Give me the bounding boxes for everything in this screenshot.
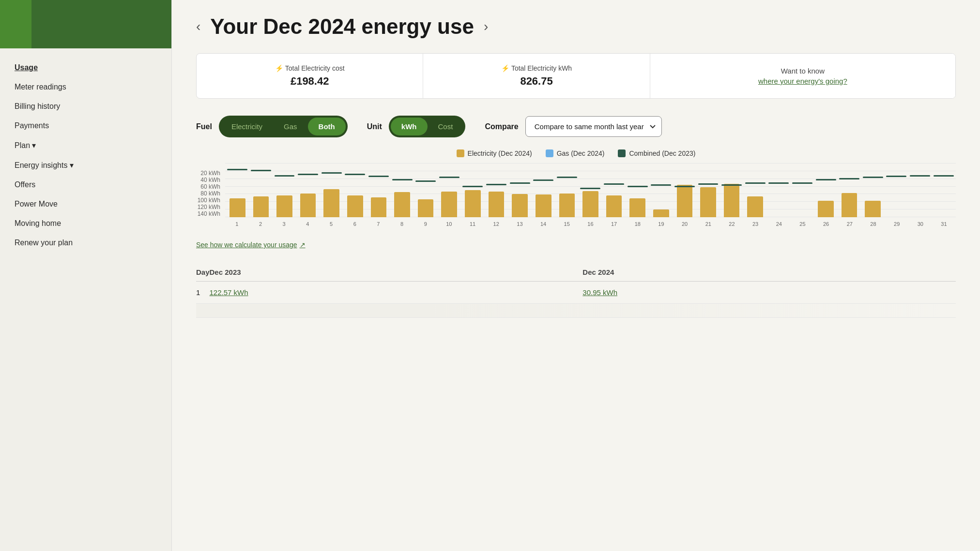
sidebar-nav: Usage Meter readings Billing history Pay… [0,48,171,262]
unit-cost-button[interactable]: Cost [428,118,464,135]
sidebar-item-billing-history[interactable]: Billing history [15,97,157,116]
dash-marker-27 [839,178,859,179]
fuel-label: Fuel [196,122,212,131]
bar-22 [724,184,740,217]
electricity-cost-label: ⚡Total Electricity cost [211,64,408,72]
bar-group-23 [744,163,766,217]
electricity-cost-value: £198.42 [211,75,408,88]
dash-marker-30 [910,175,930,177]
x-label-26: 26 [814,217,838,231]
x-label-20: 20 [673,217,697,231]
x-label-6: 6 [343,217,367,231]
sidebar-item-renew-plan[interactable]: Renew your plan [15,233,157,253]
bar-group-4 [297,163,320,217]
bar-5 [323,189,339,217]
electricity-cost-card: ⚡Total Electricity cost £198.42 [197,54,423,98]
table-cell-2024[interactable]: 30.95 kWh [582,282,956,304]
fuel-toggle: Electricity Gas Both [219,116,348,137]
bar-26 [818,201,834,217]
bar-23 [747,196,763,217]
x-label-1: 1 [225,217,249,231]
prev-month-button[interactable]: ‹ [196,20,200,33]
dash-marker-2 [251,170,271,171]
dash-marker-18 [628,186,648,187]
bar-3 [276,195,292,217]
sidebar-item-plan[interactable]: Plan ▾ [15,135,157,155]
dash-marker-26 [816,179,836,180]
dash-marker-15 [557,177,577,178]
dash-marker-23 [745,182,766,184]
x-label-25: 25 [791,217,814,231]
y-axis: 140 kWh 120 kWh 100 kWh 80 kWh 60 kWh 40… [196,163,225,231]
bar-8 [394,192,410,217]
fuel-both-button[interactable]: Both [308,118,346,135]
unit-control-group: Unit kWh Cost [367,116,466,137]
chart-link[interactable]: See how we calculate your usage ↗ [196,241,306,249]
legend-electricity-dot [457,149,464,157]
x-label-13: 13 [508,217,532,231]
sidebar-item-moving-home[interactable]: Moving home [15,214,157,233]
sidebar-item-payments[interactable]: Payments [15,116,157,135]
table-link-2023[interactable]: 122.57 kWh [210,288,248,297]
bar-group-24 [767,163,790,217]
bar-group-20 [674,163,696,217]
sidebar-accent [0,0,171,48]
bar-group-16 [579,163,602,217]
bar-group-21 [697,163,720,217]
legend-gas-dot [546,149,553,157]
x-label-4: 4 [296,217,320,231]
page-header: ‹ Your Dec 2024 energy use › [196,15,956,39]
sidebar-green-block [0,0,31,48]
fuel-gas-button[interactable]: Gas [273,118,308,135]
bars-container [225,163,956,217]
where-energy-going-link[interactable]: where your energy's going? [758,77,847,85]
bar-group-3 [273,163,296,217]
dash-marker-20 [674,186,695,187]
bar-group-8 [391,163,413,217]
x-label-28: 28 [861,217,885,231]
chart-legend: Electricity (Dec 2024) Gas (Dec 2024) Co… [196,149,956,157]
x-label-2: 2 [249,217,273,231]
sidebar-item-usage[interactable]: Usage [15,58,157,77]
sidebar-item-meter-readings[interactable]: Meter readings [15,77,157,97]
bar-21 [700,187,716,217]
x-label-23: 23 [744,217,767,231]
table-header-2023: Dec 2023 [210,263,583,282]
dash-marker-6 [345,174,365,175]
x-label-17: 17 [602,217,626,231]
legend-electricity: Electricity (Dec 2024) [457,149,532,157]
y-label-60: 60 kWh [196,183,220,190]
bar-15 [559,194,575,217]
table-header-day: Day [196,263,210,282]
bar-group-11 [461,163,484,217]
summary-cards: ⚡Total Electricity cost £198.42 ⚡Total E… [196,53,956,99]
y-label-20: 20 kWh [196,170,220,177]
dash-marker-11 [462,186,483,187]
dash-marker-14 [533,179,553,181]
bar-group-13 [508,163,531,217]
table-link-2024[interactable]: 30.95 kWh [582,288,617,297]
sidebar-item-energy-insights[interactable]: Energy insights ▾ [15,155,157,175]
bar-group-28 [861,163,884,217]
bar-group-29 [885,163,908,217]
legend-gas-label: Gas (Dec 2024) [557,149,605,157]
unit-kwh-button[interactable]: kWh [391,118,428,135]
bar-17 [606,195,622,217]
bar-group-30 [909,163,932,217]
dash-marker-10 [439,177,459,178]
next-month-button[interactable]: › [484,20,488,33]
sidebar: Usage Meter readings Billing history Pay… [0,0,172,551]
x-label-29: 29 [885,217,909,231]
dash-marker-22 [721,184,742,186]
bar-group-15 [556,163,579,217]
y-label-120: 120 kWh [196,204,220,210]
sidebar-item-power-move[interactable]: Power Move [15,194,157,214]
bar-16 [582,191,598,217]
table-cell-2023[interactable]: 122.57 kWh [210,282,583,304]
sidebar-item-offers[interactable]: Offers [15,175,157,194]
fuel-electricity-button[interactable]: Electricity [221,118,273,135]
bar-group-1 [226,163,249,217]
compare-dropdown[interactable]: Compare to same month last year No compa… [525,116,662,137]
bar-group-19 [650,163,673,217]
legend-combined-label: Combined (Dec 2023) [629,149,695,157]
